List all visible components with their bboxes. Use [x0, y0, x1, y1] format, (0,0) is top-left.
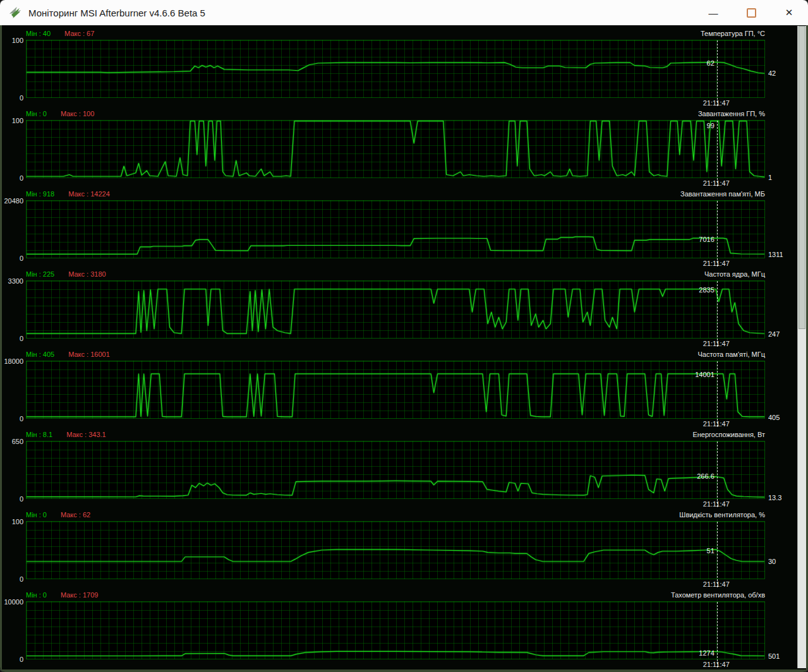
graph-panel: Мін : 8.1 Макс : 343.1 Енергоспоживання,…	[2, 429, 797, 510]
min-label: Мін : 40	[26, 30, 51, 38]
cursor-value: 99	[707, 122, 717, 129]
panel-header: Мін : 0 Макс : 100 Завантаження ГП, %	[26, 110, 765, 118]
panel-title: Швидкість вентилятора, %	[679, 511, 765, 519]
app-icon	[8, 6, 22, 20]
scale-zero-label: 0	[2, 656, 23, 663]
scrollbar-thumb[interactable]	[799, 26, 805, 329]
cursor-line	[717, 602, 718, 668]
panel-footer: 21:11:47	[26, 580, 765, 589]
trace-line	[27, 121, 764, 177]
scale-zero-label: 0	[2, 495, 23, 503]
minimize-button[interactable]: —	[694, 0, 732, 25]
cursor-line	[717, 441, 718, 507]
scale-zero-label: 0	[2, 174, 23, 182]
current-value: 247	[768, 330, 780, 338]
current-value: 501	[768, 652, 780, 660]
panel-header: Мін : 0 Макс : 62 Швидкість вентилятора,…	[26, 511, 765, 519]
scale-max-label: 100	[2, 518, 23, 525]
scale-zero-label: 0	[2, 415, 23, 423]
graph-plot[interactable]: 2835	[26, 280, 765, 339]
scale-zero-label: 0	[2, 335, 23, 342]
max-label: Макс : 100	[61, 110, 94, 118]
app-window: Моніторинг MSI Afterburner v4.6.6 Beta 5…	[0, 0, 808, 672]
graph-plot[interactable]: 99	[26, 120, 765, 178]
trace-line	[27, 602, 764, 659]
maximize-icon	[747, 8, 756, 18]
panel-footer: 21:11:47	[26, 661, 765, 669]
panel-footer: 21:11:47	[26, 260, 765, 268]
panel-header: Мін : 918 Макс : 14224 Завантаження пам'…	[26, 190, 765, 198]
cursor-line	[717, 281, 718, 347]
graph-plot[interactable]: 14001	[26, 361, 765, 419]
panel-footer: 21:11:47	[26, 340, 765, 349]
cursor-value: 51	[707, 547, 717, 555]
cursor-timestamp: 21:11:47	[703, 260, 730, 267]
cursor-timestamp: 21:11:47	[703, 500, 730, 508]
current-value: 13.3	[768, 494, 781, 501]
graph-plot[interactable]: 62	[26, 40, 765, 98]
cursor-value: 266.6	[697, 472, 717, 480]
min-label: Мін : 405	[26, 351, 54, 359]
cursor-timestamp: 21:11:47	[703, 99, 730, 107]
cursor-line	[717, 121, 718, 186]
panel-footer: 21:11:47	[26, 420, 765, 429]
scale-zero-label: 0	[2, 575, 23, 583]
graph-panel: Мін : 0 Макс : 100 Завантаження ГП, % 10…	[2, 109, 797, 189]
current-value: 1311	[768, 251, 783, 258]
scale-max-label: 10000	[2, 598, 23, 606]
graph-panel: Мін : 0 Макс : 1709 Тахометр вентилятора…	[2, 590, 797, 669]
graph-plot[interactable]: 51	[26, 521, 765, 579]
max-label: Макс : 16001	[68, 351, 110, 359]
scale-max-label: 100	[2, 37, 23, 44]
max-label: Макс : 62	[61, 511, 90, 519]
max-label: Макс : 343.1	[66, 431, 106, 439]
maximize-button[interactable]	[732, 0, 770, 25]
title-bar[interactable]: Моніторинг MSI Afterburner v4.6.6 Beta 5…	[0, 0, 808, 26]
trace-line	[27, 361, 764, 418]
min-label: Мін : 0	[26, 110, 47, 118]
graph-plot[interactable]: 7016	[26, 200, 765, 258]
cursor-value: 14001	[695, 371, 717, 378]
min-label: Мін : 0	[26, 511, 47, 519]
max-label: Макс : 67	[64, 30, 94, 38]
graph-plot[interactable]: 266.6	[26, 441, 765, 499]
window-title: Моніторинг MSI Afterburner v4.6.6 Beta 5	[28, 8, 205, 18]
cursor-line	[717, 201, 718, 267]
trace-line	[27, 441, 764, 498]
graph-panel: Мін : 40 Макс : 67 Температура ГП, °C 10…	[2, 28, 797, 109]
cursor-value: 7016	[699, 236, 716, 243]
cursor-value: 62	[707, 59, 717, 67]
monitor-area: Мін : 40 Макс : 67 Температура ГП, °C 10…	[0, 25, 808, 672]
panel-header: Мін : 8.1 Макс : 343.1 Енергоспоживання,…	[26, 431, 765, 439]
cursor-value: 1274	[699, 649, 716, 657]
panel-title: Завантаження ГП, %	[698, 110, 765, 118]
min-label: Мін : 918	[26, 190, 54, 198]
panel-title: Енергоспоживання, Вт	[692, 431, 765, 439]
graph-panel: Мін : 918 Макс : 14224 Завантаження пам'…	[2, 189, 797, 269]
close-button[interactable]: ✕	[770, 0, 808, 25]
trace-line	[27, 281, 764, 338]
cursor-timestamp: 21:11:47	[703, 661, 730, 668]
panel-header: Мін : 225 Макс : 3180 Частота ядра, МГц	[26, 270, 765, 279]
scale-zero-label: 0	[2, 94, 23, 102]
current-value: 30	[768, 558, 776, 565]
window-controls: — ✕	[694, 0, 808, 25]
min-label: Мін : 225	[26, 270, 54, 279]
scale-max-label: 3300	[2, 277, 23, 285]
max-label: Макс : 3180	[68, 270, 106, 279]
cursor-line	[717, 40, 718, 106]
scale-max-label: 100	[2, 117, 23, 124]
panels: Мін : 40 Макс : 67 Температура ГП, °C 10…	[2, 28, 797, 669]
graph-panel: Мін : 225 Макс : 3180 Частота ядра, МГц …	[2, 269, 797, 349]
max-label: Макс : 14224	[68, 190, 110, 198]
panel-footer: 21:11:47	[26, 99, 765, 108]
close-icon: ✕	[785, 7, 793, 18]
graph-plot[interactable]: 1274	[26, 601, 765, 659]
scale-max-label: 20480	[2, 197, 23, 205]
scrollbar[interactable]	[797, 26, 806, 668]
graph-panel: Мін : 0 Макс : 62 Швидкість вентилятора,…	[2, 510, 797, 590]
panel-header: Мін : 40 Макс : 67 Температура ГП, °C	[26, 30, 765, 38]
scale-zero-label: 0	[2, 255, 23, 262]
min-label: Мін : 0	[26, 591, 47, 599]
cursor-timestamp: 21:11:47	[703, 340, 730, 347]
